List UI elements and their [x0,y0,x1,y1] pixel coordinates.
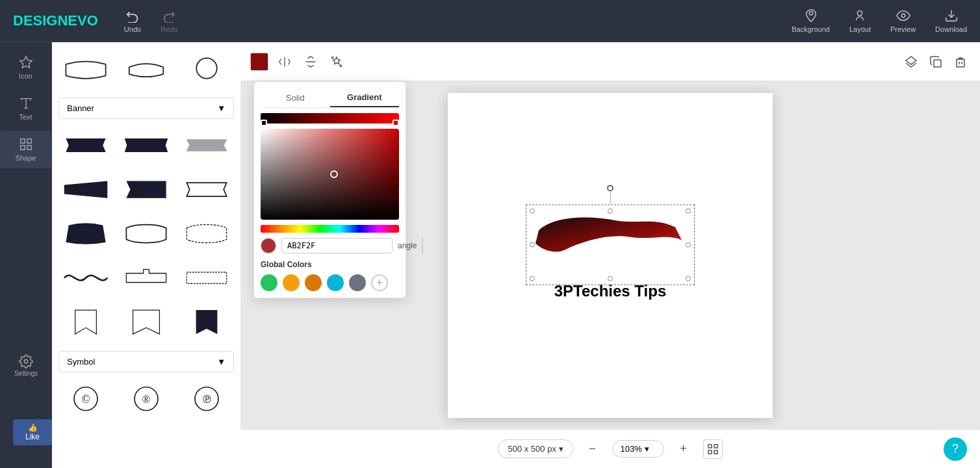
shape-item[interactable] [58,125,114,164]
banner-dropdown[interactable]: Banner ▼ [58,98,234,119]
handle-tm[interactable] [608,208,613,213]
effects-button[interactable] [327,52,346,72]
gradient-stop-left[interactable] [261,120,267,126]
hex-input[interactable]: AB2F2F [281,238,393,254]
global-color-orange[interactable] [283,274,300,291]
svg-rect-21 [934,60,941,67]
shape-item[interactable] [179,170,234,209]
svg-text:®: ® [142,393,151,406]
handle-tl[interactable] [530,208,535,213]
tab-gradient[interactable]: Gradient [330,88,400,107]
shape-item[interactable] [119,125,174,164]
canvas-size-label: 500 x 500 px [508,444,556,454]
canvas-white[interactable]: 3PTechies Tips [448,93,773,418]
shape-item[interactable] [179,125,234,164]
handle-bm[interactable] [608,276,613,281]
handle-bl[interactable] [530,276,535,281]
logo-evo: EVO [68,12,97,29]
shape-item[interactable]: ℗ [179,379,234,418]
canvas-size-chevron: ▾ [559,444,563,454]
gradient-bar[interactable] [261,113,399,124]
duplicate-button[interactable] [926,52,946,72]
svg-rect-27 [708,450,712,454]
shape-item[interactable] [119,258,174,297]
rotation-handle[interactable] [607,185,613,204]
color-canvas[interactable] [261,129,399,220]
svg-rect-7 [20,139,24,143]
color-swatch[interactable] [250,53,268,71]
zoom-out-button[interactable]: − [583,439,602,459]
layers-button[interactable] [901,52,921,72]
global-color-green[interactable] [261,274,277,291]
tab-solid[interactable]: Solid [261,88,330,107]
shape-item[interactable] [179,214,234,253]
svg-marker-4 [19,57,31,68]
global-color-amber[interactable] [305,274,322,291]
logo-container[interactable] [532,211,688,278]
symbol-dropdown[interactable]: Symbol ▼ [58,351,234,372]
banner-shapes-grid [58,125,234,341]
shape-item[interactable] [58,214,114,253]
handle-tr[interactable] [686,208,691,213]
sidebar-item-shape[interactable]: Shape [0,131,51,168]
shape-item[interactable] [119,170,174,209]
secondary-toolbar [240,42,980,81]
like-button[interactable]: 👍 Like [13,419,52,445]
shape-item[interactable] [179,49,234,88]
shape-item[interactable] [179,258,234,297]
preview-button[interactable]: Preview [890,8,916,33]
shape-item[interactable] [119,302,174,341]
handle-ml[interactable] [530,242,535,247]
color-cursor[interactable] [330,170,338,178]
global-color-add[interactable]: + [371,274,388,291]
color-preview[interactable] [261,238,276,254]
shape-item[interactable] [58,170,114,209]
toolbar-right: Background Layout Preview Download [792,8,967,33]
zoom-label: 103% [621,444,642,454]
flip-vertical-button[interactable] [301,52,320,72]
canvas-size-button[interactable]: 500 x 500 px ▾ [498,439,573,458]
svg-text:℗: ℗ [201,393,212,406]
zoom-display[interactable]: 103% ▾ [612,440,664,458]
shape-item[interactable] [179,302,234,341]
shape-item[interactable] [119,214,174,253]
svg-rect-22 [957,59,964,67]
color-input-row: AB2F2F angle 270 ▲ ▼ [261,238,399,254]
shape-item[interactable]: ® [119,379,174,418]
banner-dropdown-label: Banner [67,103,94,113]
banner-shapes-top [58,49,234,88]
global-color-gray[interactable] [349,274,366,291]
help-button[interactable]: ? [944,437,967,461]
app-logo: DESIGNEVO [13,12,98,29]
sidebar-item-icon[interactable]: Icon [0,49,51,86]
shape-item[interactable] [58,302,114,341]
settings-button[interactable]: Settings [6,354,45,377]
global-color-cyan[interactable] [327,274,344,291]
shape-item[interactable] [58,258,114,297]
shape-item[interactable]: © [58,379,114,418]
shape-item[interactable] [119,49,174,88]
background-button[interactable]: Background [792,8,830,33]
rainbow-bar[interactable] [261,225,399,233]
svg-point-2 [901,14,905,18]
settings-label: Settings [14,370,38,377]
grid-button[interactable] [703,439,723,459]
symbol-dropdown-icon: ▼ [217,357,226,367]
toolbar-actions: Undo Redo [124,8,178,33]
zoom-in-button[interactable]: + [674,439,693,459]
symbol-dropdown-label: Symbol [67,357,95,367]
download-button[interactable]: Download [935,8,967,33]
svg-point-11 [24,359,28,363]
left-sidebar: Icon Text Shape Settings 👍 Like [0,42,52,468]
color-picker-popup: Solid Gradient AB2F2F angle 270 ▲ ▼ Glob… [253,81,406,298]
flip-horizontal-button[interactable] [275,52,294,72]
sidebar-item-text[interactable]: Text [0,90,51,127]
layout-button[interactable]: Layout [849,8,871,33]
redo-button[interactable]: Redo [161,8,177,33]
shape-item[interactable] [58,49,114,88]
delete-button[interactable] [951,52,970,72]
undo-button[interactable]: Undo [124,8,141,33]
handle-mr[interactable] [686,242,691,247]
handle-br[interactable] [686,276,691,281]
gradient-stop-right[interactable] [393,120,399,126]
